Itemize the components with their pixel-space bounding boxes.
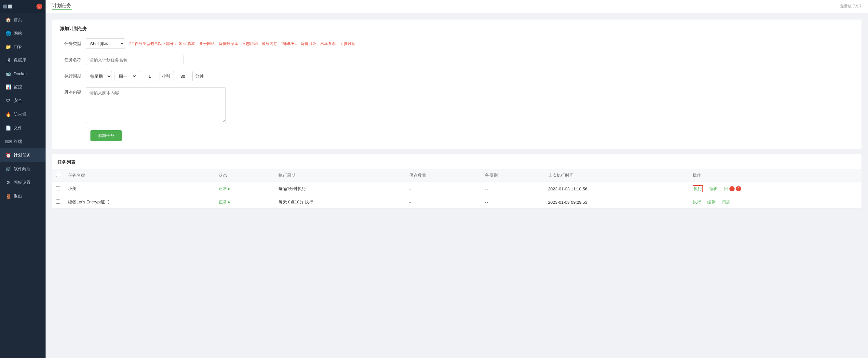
- exec-period-label: 执行周期: [60, 73, 86, 79]
- hour-unit: 小时: [162, 73, 170, 79]
- sidebar-item-docker[interactable]: 🐋 Docker: [0, 67, 45, 80]
- row2-checkbox[interactable]: [56, 200, 60, 204]
- row1-edit-btn[interactable]: 编辑: [709, 186, 718, 192]
- col-checkbox: [52, 169, 64, 182]
- exec-period-controls: 每分钟 每小时 每天 每星期 每月 N分钟 N小时 周一 周二 周三 周四 周五: [86, 71, 204, 81]
- row1-name: 小美: [64, 182, 215, 196]
- add-task-section: 添加计划任务 任务类型 Shell脚本 备份网站 备份数据库 日志切割 释放内存…: [52, 20, 862, 149]
- table-header-row: 任务名称 状态 执行周期 保存数量 备份到 上次执行时间 操作: [52, 169, 862, 182]
- sidebar-item-label: 软件商店: [14, 166, 31, 172]
- add-button-row: 添加任务: [60, 129, 854, 141]
- version-label: 免费版: [840, 4, 852, 8]
- task-type-row: 任务类型 Shell脚本 备份网站 备份数据库 日志切割 释放内存 访问URL …: [60, 38, 854, 49]
- website-icon: 🌐: [5, 31, 11, 36]
- row2-last-exec: 2023-01-03 09:29:53: [544, 196, 689, 209]
- exec-day-select[interactable]: 周一 周二 周三 周四 周五 周六 周日: [115, 71, 137, 81]
- sidebar-item-label: 数据库: [14, 57, 26, 63]
- terminal-icon: ⌨: [5, 139, 11, 144]
- min-unit: 分钟: [195, 73, 204, 79]
- sidebar-item-label: 首页: [14, 17, 22, 23]
- sidebar-item-label: 文件: [14, 125, 22, 131]
- sidebar-item-label: 面板设置: [14, 180, 31, 185]
- task-type-label: 任务类型: [60, 41, 86, 47]
- logo-box-2: [8, 5, 12, 8]
- row1-badge2: 2: [736, 186, 741, 191]
- row1-execute-btn[interactable]: 执行: [693, 186, 702, 191]
- row1-checkbox-cell: [52, 182, 64, 196]
- page-title: 计划任务: [52, 3, 71, 10]
- col-period: 执行周期: [275, 169, 405, 182]
- sidebar-item-crontab[interactable]: ⏰ 计划任务: [0, 148, 45, 162]
- sidebar-nav: 🏠 首页 🌐 网站 📁 FTP 🗄 数据库 🐋 Docker 📊 监控 🛡 安全: [0, 13, 45, 358]
- security-icon: 🛡: [5, 98, 11, 103]
- sidebar-item-home[interactable]: 🏠 首页: [0, 13, 45, 27]
- task-type-hint-types: Shell脚本、备份网站、备份数据库、日志切割、释放内存、访问URL、备份目录、…: [179, 41, 355, 46]
- task-type-select[interactable]: Shell脚本 备份网站 备份数据库 日志切割 释放内存 访问URL 备份目录 …: [86, 38, 125, 49]
- add-task-button[interactable]: 添加任务: [90, 130, 122, 141]
- row1-execute-highlight: 执行: [693, 185, 703, 192]
- row2-execute-btn[interactable]: 执行: [693, 199, 701, 205]
- row2-save-count: -: [405, 196, 481, 209]
- sidebar-item-ftp[interactable]: 📁 FTP: [0, 40, 45, 53]
- sidebar-header: 0: [0, 0, 45, 13]
- row1-sep1: ｜: [704, 186, 708, 192]
- content-area: 添加计划任务 任务类型 Shell脚本 备份网站 备份数据库 日志切割 释放内存…: [45, 13, 868, 358]
- row1-checkbox[interactable]: [56, 186, 60, 190]
- panel-icon: ⚙: [5, 180, 11, 185]
- logo-box-1: [3, 5, 7, 8]
- task-type-hint: * * 任务类型包含以下部分： Shell脚本、备份网站、备份数据库、日志切割、…: [129, 41, 355, 47]
- sidebar-item-security[interactable]: 🛡 安全: [0, 94, 45, 108]
- script-content-controls: [86, 87, 226, 123]
- sidebar-item-panel[interactable]: ⚙ 面板设置: [0, 176, 45, 189]
- script-content-textarea[interactable]: [86, 87, 226, 123]
- select-all-checkbox[interactable]: [56, 173, 60, 177]
- task-type-hint-text: * 任务类型包含以下部分：: [132, 41, 178, 46]
- script-content-row: 脚本内容: [60, 87, 854, 123]
- topbar: 计划任务 免费版 7.9.7: [45, 0, 868, 13]
- sidebar-item-label: 终端: [14, 139, 22, 145]
- sidebar-item-database[interactable]: 🗄 数据库: [0, 53, 45, 67]
- database-icon: 🗄: [5, 58, 11, 63]
- logo-boxes: [3, 5, 12, 8]
- play-icon: ▶: [228, 187, 230, 190]
- row2-edit-btn[interactable]: 编辑: [707, 199, 716, 205]
- sidebar-item-monitor[interactable]: 📊 监控: [0, 80, 45, 94]
- row1-last-exec: 2023-01-03 11:18:56: [544, 182, 689, 196]
- col-name: 任务名称: [64, 169, 215, 182]
- row2-name: 续签Let's Encrypt证书: [64, 196, 215, 209]
- col-last-exec: 上次执行时间: [544, 169, 689, 182]
- main-area: 计划任务 免费版 7.9.7 添加计划任务 任务类型 Shell脚本 备份网站 …: [45, 0, 868, 358]
- task-table: 任务名称 状态 执行周期 保存数量 备份到 上次执行时间 操作 小美: [52, 169, 862, 209]
- notification-badge: 0: [36, 4, 42, 9]
- exec-hour-input[interactable]: 1: [140, 71, 159, 81]
- sidebar-item-logout[interactable]: 🚪 退出: [0, 189, 45, 203]
- task-list-section: 任务列表 任务名称 状态 执行周期 保存数量 备份到 上次执行时间 操作: [52, 154, 862, 209]
- sidebar-item-label: FTP: [14, 44, 22, 50]
- row1-action-cell: 执行 ｜ 编辑 ｜ 日 1 2: [693, 185, 858, 192]
- sidebar-item-terminal[interactable]: ⌨ 终端: [0, 135, 45, 148]
- sidebar-item-website[interactable]: 🌐 网站: [0, 27, 45, 40]
- version-number: 7.9.7: [853, 4, 862, 8]
- sidebar-item-firewall[interactable]: 🔥 防火墙: [0, 108, 45, 121]
- table-row: 小美 正常 ▶ 每隔1分钟执行 - -- 2023-01-03 11:18:56: [52, 182, 862, 196]
- add-section-title: 添加计划任务: [60, 26, 854, 32]
- home-icon: 🏠: [5, 17, 11, 23]
- exec-min-input[interactable]: 30: [173, 71, 193, 81]
- task-name-input[interactable]: [86, 55, 184, 65]
- sidebar-item-file[interactable]: 📄 文件: [0, 121, 45, 135]
- play-icon-2: ▶: [228, 201, 230, 204]
- row2-backup-to: --: [481, 196, 544, 209]
- docker-icon: 🐋: [5, 71, 11, 76]
- task-name-controls: [86, 55, 184, 65]
- row1-log-btn[interactable]: 日: [724, 186, 728, 192]
- row1-badge1: 1: [730, 186, 735, 191]
- exec-period-select[interactable]: 每分钟 每小时 每天 每星期 每月 N分钟 N小时: [86, 71, 112, 81]
- row2-status-badge: 正常 ▶: [219, 199, 271, 205]
- sidebar-item-label: Docker: [14, 71, 27, 76]
- row1-actions: 执行 ｜ 编辑 ｜ 日 1 2: [689, 182, 862, 196]
- sidebar-item-label: 监控: [14, 84, 22, 90]
- task-type-controls: Shell脚本 备份网站 备份数据库 日志切割 释放内存 访问URL 备份目录 …: [86, 38, 355, 49]
- sidebar-item-softshop[interactable]: 🛒 软件商店: [0, 162, 45, 176]
- row2-log-btn[interactable]: 日志: [722, 199, 731, 205]
- sidebar-item-label: 网站: [14, 31, 22, 36]
